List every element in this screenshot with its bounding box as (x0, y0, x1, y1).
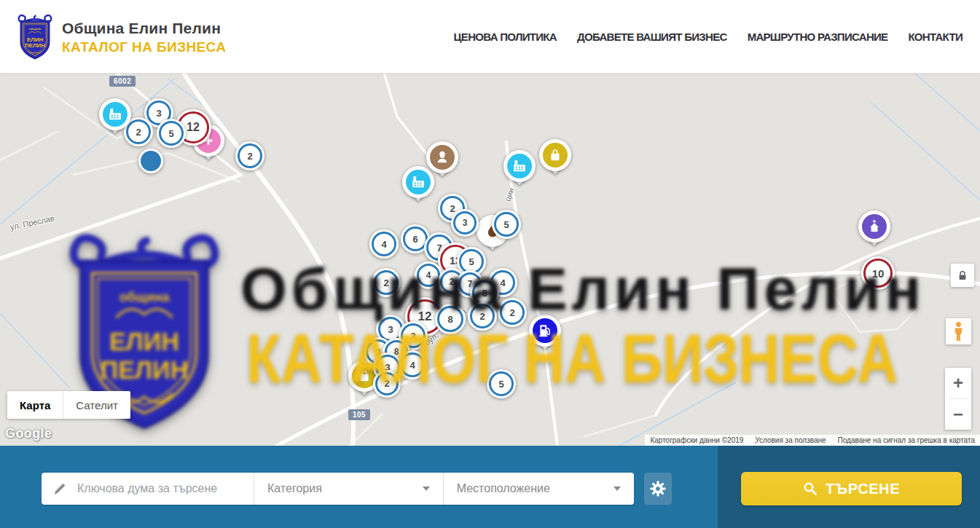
chevron-down-icon (423, 486, 430, 491)
road-number-chip: 105 (348, 409, 370, 420)
worker-icon (435, 150, 450, 165)
road-number-chip: 6002 (109, 76, 136, 87)
map-view-button[interactable]: Карта (7, 391, 63, 419)
advanced-settings-button[interactable] (644, 473, 672, 505)
cluster-marker[interactable]: 2 (498, 298, 527, 327)
svg-text:ЕЛИН: ЕЛИН (27, 36, 43, 43)
fuel-pump-icon (538, 323, 552, 338)
header: община ЕЛИН ПЕЛИН Община Елин Пелин КАТА… (0, 0, 980, 74)
cluster-marker[interactable]: 2 (372, 268, 401, 297)
main-nav: ЦЕНОВА ПОЛИТИКА ДОБАВЕТЕ ВАШИЯТ БИЗНЕС М… (454, 0, 963, 73)
cluster-marker[interactable]: 2 (468, 302, 497, 331)
brand-title: Община Елин Пелин (62, 20, 226, 37)
map-type-control: Карта Сателит (7, 391, 130, 419)
pin-marker-factory[interactable] (99, 98, 131, 130)
svg-text:ПЕЛИН: ПЕЛИН (25, 42, 45, 49)
factory-icon (108, 107, 122, 122)
factory-icon (411, 175, 426, 189)
nav-contacts[interactable]: КОНТАКТИ (908, 31, 963, 43)
pencil-icon (52, 482, 66, 496)
map-attribution: Картографски данни ©2019 Условия за полз… (645, 435, 980, 446)
cluster-marker[interactable]: 2 (373, 370, 401, 398)
google-logo[interactable]: Google (5, 426, 52, 441)
church-icon (867, 219, 882, 234)
brand-subtitle: КАТАЛОГ НА БИЗНЕСА (62, 39, 226, 55)
pin-marker-fuel[interactable] (529, 315, 561, 347)
category-value: Категория (267, 482, 322, 495)
keyword-section (42, 473, 254, 505)
municipal-emblem-icon: община ЕЛИН ПЕЛИН (16, 13, 54, 61)
nav-add-business[interactable]: ДОБАВЕТЕ ВАШИЯТ БИЗНЕС (577, 31, 727, 43)
attribution-copyright: Картографски данни ©2019 (650, 436, 743, 444)
svg-text:община: община (29, 27, 42, 31)
lock-icon (957, 270, 968, 281)
cluster-marker[interactable]: 8 (435, 304, 466, 334)
cluster-marker[interactable]: 10 (861, 256, 895, 290)
page: { "emblem": { "top": "община", "line1": … (0, 0, 980, 528)
location-select[interactable]: Местоположение (443, 473, 634, 505)
satellite-view-button[interactable]: Сателит (63, 391, 130, 419)
shopping-bag-icon (548, 148, 562, 162)
pin-marker-factory[interactable] (503, 150, 536, 182)
pegman-icon (953, 321, 964, 342)
cluster-marker[interactable]: 4 (369, 229, 399, 259)
map-canvas[interactable]: община ЕЛИН ПЕЛИН Община Елин Пелин КАТА… (0, 73, 980, 446)
pegman-control[interactable] (946, 318, 971, 344)
search-icon (803, 481, 818, 496)
cluster-marker[interactable] (138, 149, 163, 173)
gear-icon (650, 481, 666, 497)
zoom-control: + − (945, 368, 971, 430)
terms-link[interactable]: Условия за ползване (755, 436, 826, 444)
search-bar: Категория Местоположение (42, 473, 634, 505)
nav-pricing[interactable]: ЦЕНОВА ПОЛИТИКА (454, 31, 557, 43)
search-button-label: ТЪРСЕНЕ (826, 481, 900, 497)
fullscreen-lock-button[interactable] (951, 264, 974, 287)
cluster-marker[interactable]: 3 (451, 209, 479, 237)
pin-marker-worker[interactable] (426, 141, 458, 173)
pin-marker-church[interactable] (858, 210, 890, 243)
chevron-down-icon (614, 486, 621, 491)
factory-icon (512, 159, 527, 173)
report-error-link[interactable]: Подаване на сигнал за грешка в картата (838, 436, 975, 444)
keyword-input[interactable] (76, 481, 254, 496)
nav-route-schedule[interactable]: МАРШРУТНО РАЗПИСАНИЕ (748, 31, 888, 43)
pin-marker-bag[interactable] (539, 139, 571, 171)
cluster-marker[interactable]: 5 (492, 210, 521, 239)
cluster-marker[interactable]: 5 (487, 369, 516, 398)
cluster-marker[interactable]: 5 (157, 119, 186, 148)
brand-logo[interactable]: община ЕЛИН ПЕЛИН Община Елин Пелин КАТА… (16, 13, 226, 61)
search-button[interactable]: ТЪРСЕНЕ (741, 472, 962, 505)
zoom-out-button[interactable]: − (945, 399, 971, 430)
location-value: Местоположение (457, 482, 550, 495)
category-select[interactable]: Категория (254, 473, 443, 505)
search-panel: Категория Местоположение (0, 446, 980, 528)
cluster-marker[interactable]: 2 (235, 141, 264, 170)
zoom-in-button[interactable]: + (945, 368, 971, 398)
brand-text: Община Елин Пелин КАТАЛОГ НА БИЗНЕСА (62, 20, 226, 55)
cluster-marker[interactable]: 4 (398, 350, 427, 379)
shopping-bag-icon (357, 369, 372, 383)
